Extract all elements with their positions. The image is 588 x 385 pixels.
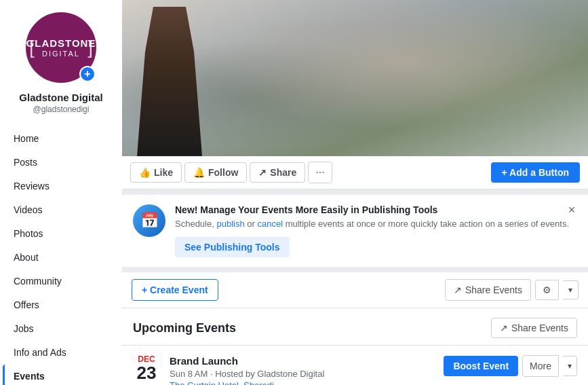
more-event-button[interactable]: More — [522, 355, 559, 377]
share-icon-toolbar: ↗ — [454, 285, 462, 295]
see-publishing-tools-button[interactable]: See Publishing Tools — [175, 237, 290, 257]
like-label: Like — [154, 167, 173, 178]
notif-link-publish[interactable]: publish — [216, 219, 244, 229]
create-event-button[interactable]: + Create Event — [132, 279, 218, 301]
share-label: Share — [270, 167, 296, 178]
notification-content: New! Manage Your Events More Easily in P… — [175, 204, 577, 257]
like-icon: 👍 — [139, 167, 151, 178]
event-item: DEC 23 Brand Launch Sun 8 AM · Hosted by… — [122, 346, 588, 385]
event-details: Brand Launch Sun 8 AM · Hosted by Gladst… — [170, 355, 434, 385]
event-name: Brand Launch — [170, 355, 434, 367]
share-events-header-label: Share Events — [511, 323, 568, 333]
calendar-icon: 📅 — [133, 204, 165, 237]
events-section: + Create Event ↗ Share Events ⚙ ▾ Upcomi… — [122, 272, 588, 385]
event-date-badge: DEC 23 — [133, 355, 160, 383]
sidebar-item-photos[interactable]: Photos — [3, 222, 119, 245]
bracket-right-icon: ] — [87, 37, 93, 58]
sidebar-item-posts[interactable]: Posts — [3, 151, 119, 174]
event-day: 23 — [137, 363, 157, 383]
share-icon: ↗ — [258, 167, 267, 178]
profile-section: [ GLADSTONE DIGITAL ] + Gladstone Digita… — [0, 0, 122, 126]
notification-close-button[interactable]: × — [564, 202, 580, 218]
share-button[interactable]: ↗ Share — [250, 162, 305, 183]
event-actions-right: ↗ Share Events ⚙ ▾ — [445, 279, 579, 301]
notif-desc-end: multiple events at once or more quickly … — [283, 219, 569, 229]
sidebar-item-events[interactable]: Events — [3, 365, 119, 385]
notif-desc-middle: or — [245, 219, 258, 229]
more-event-caret-button[interactable]: ▾ — [563, 356, 577, 376]
event-buttons: Boost Event More ▾ — [444, 355, 577, 377]
bracket-left-icon: [ — [29, 37, 35, 58]
settings-button[interactable]: ⚙ — [535, 280, 559, 300]
sidebar-item-info-and-ads[interactable]: Info and Ads — [3, 341, 119, 364]
settings-caret-button[interactable]: ▾ — [563, 280, 579, 299]
share-events-header-button[interactable]: ↗ Share Events — [491, 318, 577, 338]
more-dots-button[interactable]: ··· — [308, 162, 332, 183]
upcoming-events-title: Upcoming Events — [133, 321, 236, 335]
page-handle: @gladstonedigi — [33, 105, 90, 114]
notification-banner: 📅 New! Manage Your Events More Easily in… — [122, 195, 588, 267]
brand-sub: DIGITAL — [42, 50, 80, 58]
avatar-wrap: [ GLADSTONE DIGITAL ] + — [24, 10, 98, 85]
sidebar-item-reviews[interactable]: Reviews — [3, 175, 119, 198]
follow-label: Follow — [208, 167, 238, 178]
action-left-group: 👍 Like 🔔 Follow ↗ Share ··· — [130, 162, 332, 183]
add-avatar-button[interactable]: + — [79, 66, 96, 82]
add-button-btn[interactable]: + Add a Button — [491, 162, 580, 183]
event-location[interactable]: The Curtain Hotel, Shoredi... — [170, 380, 434, 385]
notif-desc-start: Schedule, — [175, 219, 216, 229]
brand-name: GLADSTONE — [26, 37, 96, 50]
sidebar: [ GLADSTONE DIGITAL ] + Gladstone Digita… — [0, 0, 122, 385]
boost-event-button[interactable]: Boost Event — [444, 356, 518, 376]
event-meta: Sun 8 AM · Hosted by Gladstone Digital — [170, 369, 434, 379]
sidebar-item-home[interactable]: Home — [3, 127, 119, 150]
sidebar-item-videos[interactable]: Videos — [3, 198, 119, 221]
follow-button[interactable]: 🔔 Follow — [184, 162, 247, 183]
sidebar-item-offers[interactable]: Offers — [3, 293, 119, 316]
sidebar-item-about[interactable]: About — [3, 246, 119, 269]
page-name: Gladstone Digital — [19, 92, 102, 103]
create-event-bar: + Create Event ↗ Share Events ⚙ ▾ — [122, 272, 588, 308]
sidebar-item-community[interactable]: Community — [3, 270, 119, 293]
more-dots-icon: ··· — [315, 166, 324, 178]
follow-icon: 🔔 — [193, 167, 205, 178]
share-icon-header: ↗ — [500, 323, 508, 333]
more-event-label: More — [530, 361, 551, 371]
cover-photo — [122, 0, 588, 156]
sidebar-item-jobs[interactable]: Jobs — [3, 317, 119, 340]
like-button[interactable]: 👍 Like — [130, 162, 182, 183]
upcoming-events-header: Upcoming Events ↗ Share Events — [122, 308, 588, 346]
share-events-toolbar-button[interactable]: ↗ Share Events — [445, 279, 531, 301]
notification-title: New! Manage Your Events More Easily in P… — [175, 204, 577, 215]
nav-list: Home Posts Reviews Videos Photos About C… — [0, 127, 122, 385]
action-bar: 👍 Like 🔔 Follow ↗ Share ··· + Add a Butt… — [122, 156, 588, 189]
notification-description: Schedule, publish or cancel multiple eve… — [175, 218, 577, 230]
notif-link-cancel[interactable]: cancel — [257, 219, 283, 229]
main-content: 👍 Like 🔔 Follow ↗ Share ··· + Add a Butt… — [122, 0, 588, 385]
share-events-toolbar-label: Share Events — [465, 285, 522, 295]
